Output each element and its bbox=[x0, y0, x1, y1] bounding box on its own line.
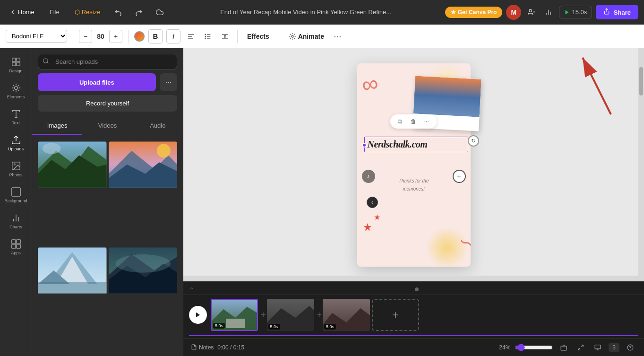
tab-audio[interactable]: Audio bbox=[133, 117, 183, 135]
notes-button[interactable]: Notes bbox=[191, 344, 214, 351]
audio-control-icon[interactable]: ♪ bbox=[362, 170, 375, 183]
star-icon-2: ★ bbox=[374, 213, 380, 222]
bold-button[interactable]: B bbox=[148, 29, 163, 43]
plus-between-2[interactable]: + bbox=[316, 310, 323, 320]
upload-row: Upload files ··· bbox=[38, 73, 177, 91]
file-button[interactable]: File bbox=[46, 7, 63, 17]
svg-point-44 bbox=[43, 143, 61, 154]
svg-point-0 bbox=[529, 9, 532, 12]
upload-files-button[interactable]: Upload files bbox=[38, 73, 156, 91]
undo-button[interactable] bbox=[112, 6, 125, 19]
fit-view-button[interactable] bbox=[558, 341, 570, 354]
svg-point-20 bbox=[292, 35, 293, 37]
horizontal-scrollbar[interactable] bbox=[183, 276, 644, 281]
svg-rect-21 bbox=[12, 58, 15, 61]
svg-point-57 bbox=[115, 254, 170, 273]
copy-icon[interactable]: ⧉ bbox=[395, 116, 405, 127]
add-element-icon[interactable]: + bbox=[453, 170, 466, 183]
sub-text-content: Thanks for the memories! bbox=[364, 172, 464, 193]
search-input[interactable] bbox=[38, 54, 177, 69]
plus-between-1[interactable]: + bbox=[260, 310, 267, 320]
present-button[interactable] bbox=[592, 341, 604, 354]
svg-marker-6 bbox=[566, 10, 569, 14]
photo-image bbox=[413, 76, 481, 117]
canvas-area: ‹ bbox=[183, 48, 644, 356]
svg-point-25 bbox=[14, 86, 17, 89]
sidebar-item-photos[interactable]: Photos bbox=[0, 156, 32, 182]
resize-button[interactable]: ⬡ Resize bbox=[71, 7, 104, 17]
canva-pro-button[interactable]: ★ Get Canva Pro bbox=[445, 7, 503, 18]
more-options-button[interactable]: ··· bbox=[332, 29, 343, 43]
page-number: 3 bbox=[609, 343, 619, 352]
clip1-duration: 5.0s bbox=[213, 323, 225, 329]
main-text: Nerdschalk.com bbox=[368, 139, 465, 150]
redo-button[interactable] bbox=[132, 6, 146, 19]
topbar-right: ★ Get Canva Pro M 15.0s Share bbox=[445, 5, 638, 20]
svg-rect-53 bbox=[38, 282, 107, 293]
tab-videos[interactable]: Videos bbox=[82, 117, 132, 135]
more-upload-button[interactable]: ··· bbox=[160, 73, 177, 91]
delete-icon[interactable]: 🗑 bbox=[408, 116, 419, 127]
italic-button[interactable]: I bbox=[166, 29, 180, 43]
font-family-select[interactable]: Bodoni FLF bbox=[6, 30, 67, 43]
add-user-button[interactable] bbox=[525, 6, 538, 19]
cloud-button[interactable] bbox=[153, 6, 166, 19]
svg-point-16 bbox=[205, 38, 206, 38]
sidebar-icons: Design Elements Text Uploads Photos Back… bbox=[0, 48, 32, 356]
effects-button[interactable]: Effects bbox=[243, 31, 273, 42]
canvas-background[interactable]: ∞ ⧉ 🗑 ··· Nerdschalk.com bbox=[183, 48, 644, 281]
avatar[interactable]: M bbox=[506, 5, 521, 20]
animate-button[interactable]: Animate bbox=[285, 31, 328, 42]
image-thumb-1[interactable] bbox=[38, 141, 107, 245]
play-button[interactable] bbox=[189, 306, 207, 324]
expand-timeline-button[interactable] bbox=[189, 286, 195, 291]
zoom-percent: 24% bbox=[499, 344, 510, 351]
separator2 bbox=[128, 30, 129, 43]
sidebar-item-background[interactable]: Background bbox=[0, 182, 32, 208]
sidebar-item-elements[interactable]: Elements bbox=[0, 78, 32, 104]
sidebar-item-charts[interactable]: Charts bbox=[0, 208, 32, 234]
svg-point-14 bbox=[205, 34, 206, 35]
share-button[interactable]: Share bbox=[596, 5, 638, 19]
svg-line-69 bbox=[581, 345, 583, 347]
zoom-slider[interactable] bbox=[515, 344, 553, 351]
tab-images[interactable]: Images bbox=[32, 117, 82, 135]
fullscreen-button[interactable] bbox=[575, 341, 587, 354]
images-grid bbox=[32, 135, 183, 356]
sidebar-item-uploads[interactable]: Uploads bbox=[0, 130, 32, 156]
svg-rect-22 bbox=[16, 58, 19, 61]
rotate-handle[interactable]: ↻ bbox=[468, 135, 479, 147]
image-thumb-3[interactable] bbox=[38, 247, 107, 351]
clip3-duration: 5.0s bbox=[324, 324, 336, 330]
timeline-clip-2[interactable]: 5.0s bbox=[267, 299, 314, 331]
analytics-button[interactable] bbox=[542, 6, 555, 19]
sidebar-item-apps[interactable]: Apps bbox=[0, 234, 32, 260]
svg-rect-71 bbox=[595, 345, 601, 348]
record-yourself-button[interactable]: Record yourself bbox=[38, 95, 177, 112]
sidebar-item-design[interactable]: Design bbox=[0, 52, 32, 78]
add-clip-button[interactable]: + bbox=[372, 299, 419, 331]
font-size-decrease[interactable]: − bbox=[79, 30, 92, 43]
home-button[interactable]: Home bbox=[6, 7, 38, 17]
font-size-increase[interactable]: + bbox=[109, 30, 122, 43]
image-thumb-4[interactable] bbox=[109, 247, 178, 351]
image-thumb-2[interactable] bbox=[109, 141, 178, 245]
spacing-button[interactable] bbox=[218, 30, 232, 43]
list-button[interactable] bbox=[201, 30, 215, 43]
timeline-clip-1[interactable]: 5.0s bbox=[211, 299, 258, 331]
align-left-button[interactable] bbox=[184, 30, 197, 43]
timer-button[interactable]: 15.0s bbox=[559, 6, 592, 18]
vertical-scrollbar[interactable] bbox=[638, 48, 644, 281]
sidebar-item-text[interactable]: Text bbox=[0, 104, 32, 130]
separator1 bbox=[73, 30, 73, 43]
scroll-thumb bbox=[639, 67, 643, 96]
svg-point-30 bbox=[14, 164, 15, 165]
collapse-panel-button[interactable]: ‹ bbox=[367, 197, 378, 208]
text-color-picker[interactable] bbox=[134, 31, 145, 42]
more-icon[interactable]: ··· bbox=[421, 116, 432, 127]
timeline-clip-3[interactable]: 5.0s bbox=[323, 299, 370, 331]
svg-marker-59 bbox=[196, 313, 200, 318]
help-button[interactable] bbox=[624, 341, 636, 354]
topbar: Home File ⬡ Resize End of Year Recap Mob… bbox=[0, 0, 644, 25]
text-box[interactable]: Nerdschalk.com bbox=[364, 137, 468, 152]
